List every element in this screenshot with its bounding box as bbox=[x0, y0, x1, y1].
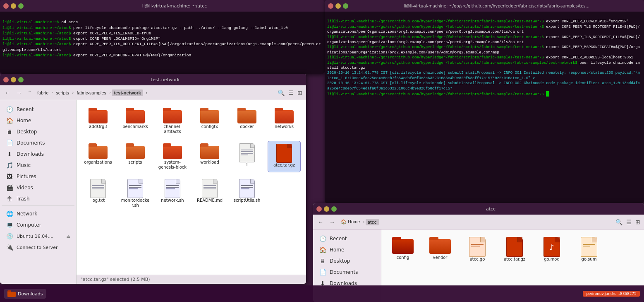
terminal-atcc[interactable]: li@li-virtual-machine: ~/atcc li@li-virt… bbox=[0, 0, 325, 74]
taskbar-downloads[interactable]: Downloads bbox=[4, 289, 46, 299]
maximize-btn-atcc[interactable] bbox=[18, 3, 24, 9]
forward-btn-atcc[interactable]: → bbox=[327, 218, 337, 226]
sidebar-pictures[interactable]: 🖼 Pictures bbox=[2, 171, 74, 182]
file-addOrg3[interactable]: addOrg3 bbox=[81, 105, 115, 137]
parent-btn[interactable]: ⌃ bbox=[26, 89, 34, 96]
maximize-btn-fabric[interactable] bbox=[343, 3, 348, 9]
recent-icon: 🕐 bbox=[6, 106, 13, 113]
sidebar-recent-atcc[interactable]: 🕐 Recent bbox=[315, 233, 379, 244]
minimize-btn-fabric[interactable] bbox=[335, 3, 341, 9]
back-btn[interactable]: ← bbox=[2, 89, 12, 97]
file-organizations[interactable]: organizations bbox=[81, 141, 115, 172]
filemanager-test-network[interactable]: test-network ← → ⌃ fabric › scripts › fa… bbox=[0, 74, 306, 284]
grid-view-btn-atcc[interactable]: ⊞ bbox=[634, 217, 642, 227]
file-monitordocker[interactable]: monitordocker.sh bbox=[119, 176, 152, 210]
grid-view-btn[interactable]: ⊞ bbox=[296, 88, 304, 97]
list-view-btn[interactable]: ☰ bbox=[287, 88, 295, 97]
fm-titlebar-main: test-network bbox=[0, 74, 306, 85]
sidebar-trash[interactable]: 🗑 Trash bbox=[2, 193, 74, 204]
terminal-fabric[interactable]: li@li-virtual-machine: ~/go/src/github.c… bbox=[325, 0, 644, 203]
search-btn[interactable]: 🔍 bbox=[276, 88, 286, 97]
breadcrumb-fabric[interactable]: fabric bbox=[35, 89, 50, 96]
sidebar-computer[interactable]: 💻 Computer bbox=[2, 220, 74, 230]
documents-icon-atcc: 📄 bbox=[319, 269, 326, 275]
file-networks[interactable]: networks bbox=[268, 105, 301, 137]
sidebar-recent[interactable]: 🕐 Recent bbox=[2, 104, 74, 115]
folder-icon-benchmarks bbox=[126, 108, 145, 124]
sidebar-connect[interactable]: 🔌 Connect to Server bbox=[2, 242, 74, 253]
sidebar-label-network: Network bbox=[17, 211, 37, 217]
file-docker[interactable]: docker bbox=[230, 105, 263, 137]
breadcrumb-fabric-samples[interactable]: fabric-samples bbox=[75, 89, 109, 96]
connect-icon: 🔌 bbox=[6, 244, 13, 251]
close-fm[interactable] bbox=[3, 77, 9, 82]
window-controls-fabric[interactable] bbox=[328, 3, 348, 9]
sidebar-documents-atcc[interactable]: 📄 Documents bbox=[315, 267, 379, 278]
window-controls-atcc[interactable] bbox=[3, 3, 24, 9]
sidebar-desktop[interactable]: 🖥 Desktop bbox=[2, 126, 74, 137]
file-vendor[interactable]: vendor bbox=[424, 234, 457, 264]
computer-icon: 💻 bbox=[6, 222, 13, 228]
search-btn-atcc[interactable]: 🔍 bbox=[614, 217, 624, 227]
maximize-fm[interactable] bbox=[18, 77, 24, 82]
maximize-fm-atcc[interactable] bbox=[331, 206, 337, 212]
minimize-fm[interactable] bbox=[11, 77, 16, 82]
list-view-btn-atcc[interactable]: ☰ bbox=[625, 217, 633, 227]
file-benchmarks[interactable]: benchmarks bbox=[119, 105, 152, 137]
file-label-workload: workload bbox=[200, 160, 219, 165]
terminal-content-fabric[interactable]: li@li-virtual-machine:~/go/src/github.co… bbox=[325, 12, 644, 203]
file-go-mod[interactable]: ♪ go.mod bbox=[535, 234, 568, 264]
folder-icon-organizations bbox=[89, 143, 108, 160]
breadcrumb-test-network[interactable]: test-network bbox=[112, 89, 143, 96]
file-readme[interactable]: README.md bbox=[193, 176, 226, 210]
file-network-sh[interactable]: network.sh bbox=[156, 176, 189, 210]
sidebar-label-pictures: Pictures bbox=[17, 174, 36, 179]
terminal-content-atcc[interactable]: li@li-virtual-machine:~$ cd atcc li@li-v… bbox=[0, 12, 325, 74]
file-atcc-go[interactable]: atcc.go bbox=[461, 234, 494, 264]
breadcrumb-more[interactable]: › bbox=[144, 89, 150, 96]
close-btn-atcc[interactable] bbox=[3, 3, 9, 9]
file-icon-monitordocker bbox=[127, 179, 143, 198]
desktop-icon: 🖥 bbox=[6, 128, 13, 135]
file-system-genesis-block[interactable]: system-genesis-block bbox=[156, 141, 189, 172]
sidebar-desktop-atcc[interactable]: 🖥 Desktop bbox=[315, 256, 379, 266]
sidebar-home-atcc[interactable]: 🏠 Home bbox=[315, 244, 379, 255]
file-atcc-tar-gz[interactable]: atcc.tar.gz bbox=[268, 141, 301, 172]
minimize-fm-atcc[interactable] bbox=[324, 206, 329, 212]
fm-title-atcc: atcc bbox=[341, 206, 641, 212]
taskbar: Downloads pedronov.jandro...8368275 bbox=[0, 285, 644, 302]
forward-btn[interactable]: → bbox=[14, 89, 24, 97]
sidebar-network[interactable]: 🌐 Network bbox=[2, 208, 74, 219]
window-controls-fm-atcc[interactable] bbox=[316, 206, 337, 212]
breadcrumb-home-atcc[interactable]: 🏠 Home bbox=[339, 218, 362, 225]
sidebar-ubuntu[interactable]: 💿 Ubuntu 16.04.... ⏏ bbox=[2, 231, 74, 242]
file-workload[interactable]: workload bbox=[193, 141, 226, 172]
sidebar-videos[interactable]: 🎬 Videos bbox=[2, 182, 74, 193]
file-configtx[interactable]: configtx bbox=[193, 105, 226, 137]
file-label-atcc-tar: atcc.tar.gz bbox=[273, 163, 295, 168]
minimize-btn-atcc[interactable] bbox=[11, 3, 16, 9]
file-label-benchmarks: benchmarks bbox=[122, 124, 148, 129]
window-controls-fm[interactable] bbox=[3, 77, 24, 82]
file-scriptutils[interactable]: scriptUtils.sh bbox=[230, 176, 263, 210]
folder-icon-config bbox=[392, 237, 414, 255]
sidebar-documents[interactable]: 📄 Documents bbox=[2, 138, 74, 148]
close-fm-atcc[interactable] bbox=[316, 206, 322, 212]
file-channel-artifacts[interactable]: channel-artifacts bbox=[156, 105, 189, 137]
file-config[interactable]: config bbox=[386, 234, 419, 264]
breadcrumb-atcc-dir[interactable]: atcc bbox=[366, 219, 379, 225]
breadcrumb-scripts[interactable]: scripts bbox=[54, 89, 71, 96]
file-atcc-tar-gz-atcc[interactable]: atcc.tar.gz bbox=[498, 234, 531, 264]
sidebar-home[interactable]: 🏠 Home bbox=[2, 115, 74, 126]
sidebar-music[interactable]: 🎵 Music bbox=[2, 160, 74, 171]
file-go-sum[interactable]: go.sum bbox=[572, 234, 606, 264]
file-log-txt[interactable]: log.txt bbox=[81, 176, 115, 210]
close-btn-fabric[interactable] bbox=[328, 3, 333, 9]
file-scripts[interactable]: scripts bbox=[119, 141, 152, 172]
back-btn-atcc[interactable]: ← bbox=[316, 218, 326, 226]
sidebar-home-label-atcc: Home bbox=[330, 247, 344, 253]
sidebar-label-videos: Videos bbox=[17, 185, 33, 191]
sidebar-label-home: Home bbox=[17, 118, 31, 123]
sidebar-downloads[interactable]: ⬇ Downloads bbox=[2, 149, 74, 159]
file-1[interactable]: 1 bbox=[230, 141, 263, 172]
